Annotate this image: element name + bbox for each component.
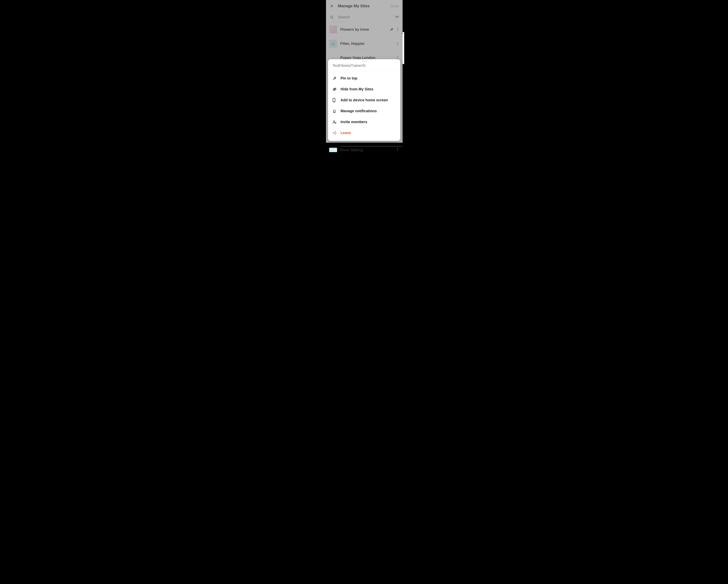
action-label: Leave [339,131,351,135]
close-button[interactable] [329,3,335,9]
svg-point-10 [397,42,398,43]
pin-button[interactable] [388,27,395,31]
action-manage-notifications[interactable]: Manage notifications [328,106,400,116]
svg-point-15 [397,58,398,59]
action-add-to-home-screen[interactable]: Add to device home screen [328,95,400,106]
action-pin-to-top[interactable]: Pin to top [328,73,400,84]
phone-icon [332,98,339,102]
page-title: Manage My Sites [335,4,390,8]
image-placeholder-icon [331,42,335,45]
sheet-action-list: Pin to top Hide from My Sites Add to dev… [328,71,400,141]
svg-point-11 [397,43,398,44]
svg-point-16 [397,148,398,149]
svg-line-3 [333,18,333,19]
site-thumbnail [329,39,337,48]
search-icon [329,15,334,19]
leave-icon [332,131,339,135]
action-leave[interactable]: Leave [328,127,400,138]
svg-point-13 [397,56,398,57]
more-vertical-icon [397,148,398,151]
svg-point-18 [397,150,398,151]
search-row [326,12,402,22]
sheet-title: TestFitnessTrainerSi [328,62,400,71]
done-button[interactable]: Done [390,4,400,8]
filter-icon [395,16,399,19]
sheet-drag-handle[interactable] [361,61,367,61]
bell-icon [332,109,339,113]
more-button[interactable] [395,148,400,151]
user-plus-icon [332,120,339,124]
action-hide-from-my-sites[interactable]: Hide from My Sites [328,84,400,95]
action-label: Invite members [339,120,367,124]
action-sheet: TestFitnessTrainerSi Pin to top Hide fro… [328,59,400,141]
site-row[interactable]: River Rafting [326,146,402,152]
header: Manage My Sites Done [326,0,402,12]
svg-point-9 [334,42,334,43]
more-vertical-icon [397,56,398,59]
pin-icon [390,27,393,31]
site-thumbnail [329,148,337,152]
action-label: Pin to top [339,76,357,80]
svg-point-7 [397,29,398,30]
adjacent-window-peek [402,32,404,64]
more-vertical-icon [397,28,398,31]
action-label: Manage notifications [339,109,377,113]
svg-point-23 [333,121,335,122]
site-name: Fitter, Happier [337,42,395,46]
more-button[interactable] [395,42,400,45]
more-button[interactable] [395,56,400,59]
svg-point-8 [397,30,398,31]
eye-off-icon [332,87,339,91]
site-row[interactable]: Fitter, Happier [326,36,402,51]
svg-point-17 [397,149,398,150]
pin-icon [332,76,339,80]
svg-point-12 [397,45,398,45]
filter-button[interactable] [394,16,400,19]
site-name: River Rafting [337,148,395,152]
site-name: Flowers by Irene [337,27,388,32]
svg-point-14 [397,57,398,58]
site-thumbnail [329,25,337,33]
more-button[interactable] [395,28,400,31]
svg-point-6 [397,28,398,29]
action-label: Add to device home screen [339,98,388,102]
site-row[interactable]: Flowers by Irene [326,22,402,36]
action-label: Hide from My Sites [339,87,373,91]
search-input[interactable] [334,15,394,19]
close-icon [330,4,334,8]
action-invite-members[interactable]: Invite members [328,116,400,127]
more-vertical-icon [397,42,398,45]
